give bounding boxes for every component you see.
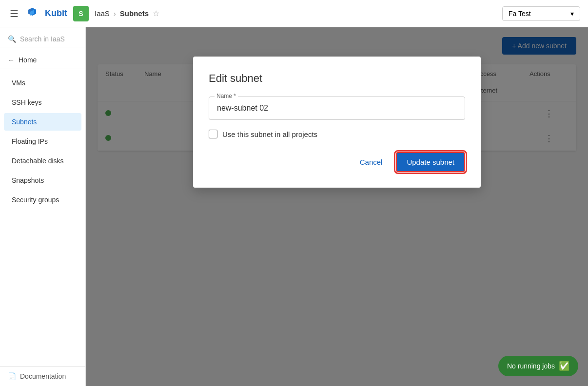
name-input[interactable]: [209, 96, 465, 120]
breadcrumb-arrow: ›: [114, 9, 116, 18]
search-icon: 🔍: [8, 35, 16, 43]
search-placeholder: Search in IaaS: [20, 35, 65, 43]
checkbox-label: Use this subnet in all projects: [222, 130, 317, 138]
dropdown-icon: ▾: [570, 10, 574, 18]
hamburger-icon[interactable]: ☰: [8, 6, 20, 21]
documentation-link[interactable]: 📄 Documentation: [0, 366, 85, 386]
edit-subnet-modal: Edit subnet Name * Use this subnet in al…: [193, 57, 481, 188]
project-name: Fa Test: [509, 10, 531, 18]
modal-title: Edit subnet: [209, 72, 465, 85]
sidebar-item-ssh-keys[interactable]: SSH keys: [4, 94, 81, 111]
secondary-logo: S: [73, 6, 89, 21]
favorite-icon[interactable]: ☆: [153, 9, 159, 18]
search-container[interactable]: 🔍 Search in IaaS: [0, 31, 85, 47]
sidebar-item-home[interactable]: ← Home: [0, 51, 85, 69]
sidebar-item-vms[interactable]: VMs: [4, 74, 81, 92]
home-label: Home: [19, 56, 37, 64]
breadcrumb: IaaS › Subnets ☆: [95, 9, 159, 18]
modal-overlay: Edit subnet Name * Use this subnet in al…: [86, 27, 588, 386]
breadcrumb-current: Subnets: [120, 9, 149, 18]
navbar-left: ☰ Kubit S IaaS › Subnets ☆: [8, 6, 502, 21]
floating-ips-label: Floating IPs: [12, 137, 48, 145]
checkbox-row: Use this subnet in all projects: [209, 130, 465, 138]
no-running-jobs-badge[interactable]: No running jobs ✅: [498, 356, 578, 376]
modal-actions: Cancel Update subnet: [209, 152, 465, 172]
vms-label: VMs: [12, 79, 25, 87]
name-field-container: Name *: [209, 96, 465, 120]
kubit-label: Kubit: [45, 8, 67, 19]
ssh-keys-label: SSH keys: [12, 98, 41, 106]
layout: 🔍 Search in IaaS ← Home VMs SSH keys Sub…: [0, 27, 588, 386]
sidebar-item-floating-ips[interactable]: Floating IPs: [4, 133, 81, 150]
main-content: + Add new subnet Status Name CIDR Gatewa…: [86, 27, 588, 386]
sidebar-item-snapshots[interactable]: Snapshots: [4, 172, 81, 189]
project-selector[interactable]: Fa Test ▾: [502, 6, 580, 21]
no-jobs-label: No running jobs: [507, 362, 555, 370]
sidebar-item-detachable-disks[interactable]: Detachable disks: [4, 152, 81, 170]
name-label: Name *: [215, 93, 238, 99]
sidebar-item-security-groups[interactable]: Security groups: [4, 191, 81, 209]
cancel-button[interactable]: Cancel: [354, 154, 389, 170]
detachable-disks-label: Detachable disks: [12, 157, 64, 165]
update-subnet-button[interactable]: Update subnet: [396, 152, 465, 172]
doc-icon: 📄: [8, 372, 16, 380]
check-circle-icon: ✅: [559, 361, 569, 371]
breadcrumb-parent[interactable]: IaaS: [95, 9, 110, 18]
subnets-label: Subnets: [12, 118, 37, 126]
navbar: ☰ Kubit S IaaS › Subnets ☆ Fa Test ▾: [0, 0, 588, 27]
sidebar: 🔍 Search in IaaS ← Home VMs SSH keys Sub…: [0, 27, 86, 386]
snapshots-label: Snapshots: [12, 176, 44, 184]
all-projects-checkbox[interactable]: [209, 130, 217, 138]
sidebar-item-subnets[interactable]: Subnets: [4, 113, 81, 131]
back-arrow-icon: ←: [8, 56, 15, 64]
kubit-logo[interactable]: Kubit: [26, 6, 67, 21]
documentation-label: Documentation: [20, 372, 66, 380]
navbar-right: Fa Test ▾: [502, 6, 580, 21]
security-groups-label: Security groups: [12, 196, 59, 204]
